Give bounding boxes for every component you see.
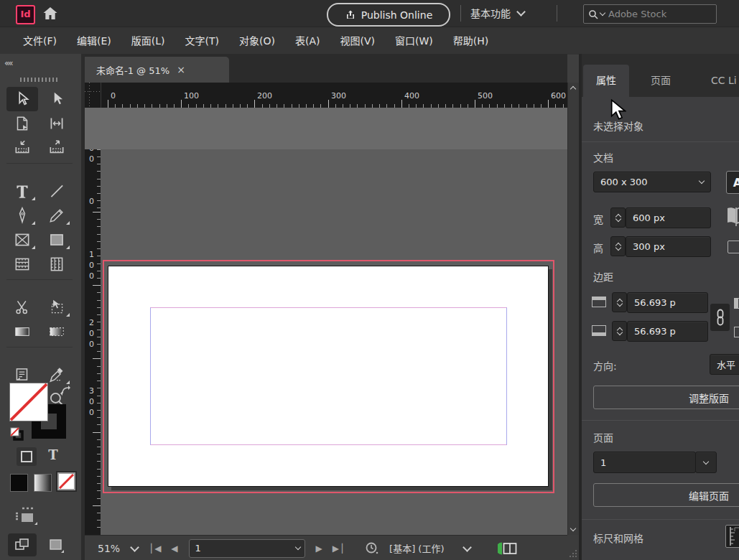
menu-file[interactable]: 文件(F): [13, 27, 67, 55]
page-number-box[interactable]: [189, 539, 305, 558]
width-field[interactable]: 600 px: [626, 207, 711, 228]
publish-online-button[interactable]: Publish Online: [327, 3, 450, 27]
tool-scissors[interactable]: [6, 295, 38, 319]
tool-selection[interactable]: [6, 87, 38, 111]
apply-color-button[interactable]: [10, 474, 28, 492]
adjust-layout-button[interactable]: 调整版面: [593, 386, 739, 409]
tool-gap[interactable]: [41, 111, 73, 136]
horizontal-ruler[interactable]: 0 100 200 300 400 500 600: [85, 83, 567, 108]
scroll-down-icon[interactable]: [570, 526, 576, 531]
tool-frame[interactable]: [6, 228, 38, 252]
preflight-status-icon[interactable]: [365, 541, 379, 556]
tool-content-placer[interactable]: [41, 136, 73, 160]
tool-horizontal-grid[interactable]: [6, 252, 38, 276]
zoom-dropdown-chevron-icon[interactable]: [130, 543, 139, 552]
last-page-button[interactable]: ▶⎪: [333, 543, 345, 554]
search-scope-chevron-icon[interactable]: [600, 10, 605, 16]
tab-pages[interactable]: 页面: [638, 65, 684, 97]
formatting-affects-text-button[interactable]: T: [45, 447, 62, 466]
current-page-dropdown[interactable]: 1: [593, 452, 696, 473]
edit-page-button[interactable]: 编辑页面: [593, 483, 739, 507]
first-page-button[interactable]: ⎪◀: [148, 543, 161, 554]
apply-gradient-button[interactable]: [34, 474, 52, 492]
orientation-dropdown[interactable]: 水平: [710, 354, 739, 375]
autofit-button[interactable]: A: [726, 171, 739, 194]
tool-type[interactable]: [6, 179, 38, 203]
tool-line[interactable]: [41, 179, 73, 203]
preflight-chevron-icon[interactable]: [463, 543, 473, 552]
tool-rectangle[interactable]: [41, 228, 73, 252]
margin-bottom-field[interactable]: 56.693 p: [627, 321, 708, 342]
zoom-level[interactable]: 51%: [98, 543, 120, 554]
margin-bottom-stepper[interactable]: [612, 321, 627, 341]
tab-cc-libraries[interactable]: CC Li: [698, 65, 739, 97]
apply-none-button[interactable]: [57, 472, 75, 490]
rulers-grids-icon[interactable]: [725, 525, 739, 548]
page-number-input[interactable]: [194, 542, 269, 554]
tab-properties[interactable]: 属性: [583, 65, 629, 97]
screen-mode-preview-button[interactable]: [42, 533, 70, 556]
current-page-chevron-box[interactable]: [695, 452, 717, 473]
tool-pen[interactable]: [6, 203, 38, 228]
tool-gradient-feather[interactable]: [41, 319, 73, 344]
adobe-stock-search[interactable]: [583, 4, 717, 24]
ruler-origin-box[interactable]: [85, 83, 101, 108]
workspace-label: 基本功能: [470, 6, 511, 20]
menu-object[interactable]: 对象(O): [229, 27, 285, 55]
search-input[interactable]: [607, 8, 692, 20]
home-icon[interactable]: [42, 5, 59, 22]
vertical-ruler[interactable]: 00 0 100 200 300: [85, 149, 101, 535]
height-stepper[interactable]: [610, 236, 626, 256]
next-page-button[interactable]: ▶: [316, 543, 322, 554]
margin-right-icon: [734, 327, 739, 337]
tool-free-transform[interactable]: [41, 295, 73, 319]
menu-edit[interactable]: 编辑(E): [67, 27, 121, 55]
spread-view-icon[interactable]: [498, 541, 518, 556]
menu-help[interactable]: 帮助(H): [443, 27, 498, 55]
pasteboard[interactable]: [85, 108, 567, 535]
view-options-icon[interactable]: [13, 506, 37, 526]
document-tab[interactable]: 未命名-1 @ 51% ×: [85, 57, 229, 83]
vertical-scrollbar[interactable]: [567, 83, 580, 535]
page-dropdown-chevron-icon[interactable]: [294, 544, 300, 550]
facing-pages-icon[interactable]: [725, 206, 739, 228]
margin-top-field[interactable]: 56.693 p: [627, 292, 708, 313]
facing-pages-checkbox[interactable]: [728, 241, 739, 253]
panel-grip[interactable]: [20, 78, 57, 82]
menu-view[interactable]: 视图(V): [330, 27, 385, 55]
tool-gradient-swatch[interactable]: [6, 319, 38, 344]
menu-window[interactable]: 窗口(W): [385, 27, 443, 55]
height-field[interactable]: 300 px: [626, 236, 711, 257]
edit-page-label: 编辑页面: [689, 488, 729, 503]
menu-table[interactable]: 表(A): [285, 27, 330, 55]
page[interactable]: [108, 266, 549, 487]
collapse-panel-icon[interactable]: ««: [4, 58, 12, 68]
tab-close-icon[interactable]: ×: [177, 64, 185, 75]
screen-mode-normal-button[interactable]: [8, 533, 37, 556]
default-fill-stroke-icon[interactable]: [10, 427, 24, 442]
margin-top-stepper[interactable]: [612, 292, 627, 312]
swap-fill-stroke-icon[interactable]: [59, 384, 72, 397]
menu-layout[interactable]: 版面(L): [121, 27, 175, 55]
fill-swatch-none[interactable]: [9, 383, 48, 421]
ruler-major-ticks: [108, 100, 567, 108]
indesign-logo-icon[interactable]: Id: [16, 5, 35, 24]
tool-vertical-grid[interactable]: [41, 252, 73, 276]
formatting-affects-container-button[interactable]: [17, 447, 37, 466]
margin-bottom-value: 56.693 p: [634, 326, 676, 337]
tool-page[interactable]: [6, 111, 38, 136]
menu-type[interactable]: 文字(T): [175, 27, 229, 55]
tool-direct-selection[interactable]: [41, 87, 73, 111]
scroll-up-icon[interactable]: [570, 86, 576, 92]
preflight-profile[interactable]: [基本] (工作): [389, 541, 444, 555]
margins-section-title: 边距: [593, 269, 613, 284]
window-resize-grip[interactable]: [567, 535, 579, 560]
previous-page-button[interactable]: ◀: [171, 543, 177, 554]
link-margins-button[interactable]: [710, 304, 730, 331]
width-stepper[interactable]: [610, 207, 626, 228]
page-size-preset-dropdown[interactable]: 600 x 300: [593, 172, 711, 192]
tool-pencil[interactable]: [41, 203, 73, 228]
margin-top-value: 56.693 p: [634, 297, 676, 308]
tool-content-collector[interactable]: [6, 136, 38, 160]
workspace-switcher[interactable]: 基本功能: [470, 6, 524, 20]
